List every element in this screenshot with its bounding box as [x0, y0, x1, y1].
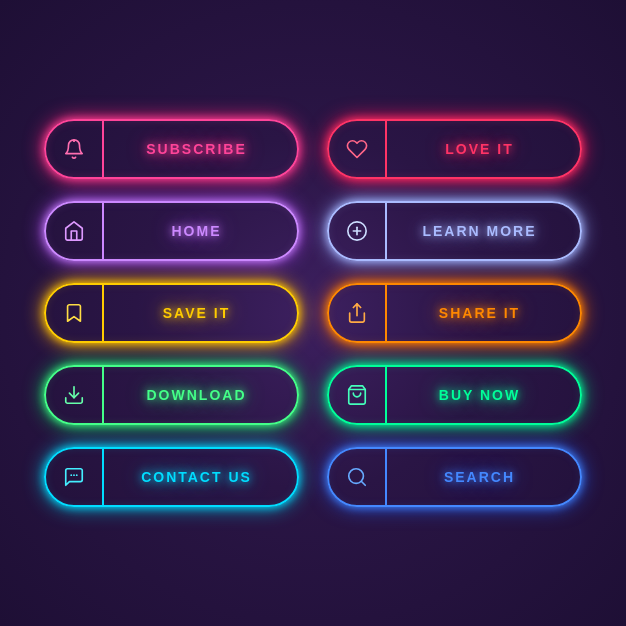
search-label: SEARCH [387, 469, 580, 485]
subscribe-label: SUBSCRIBE [104, 141, 297, 157]
search-button[interactable]: SEARCH [327, 447, 582, 507]
download-label: DOWNLOAD [104, 387, 297, 403]
save-button[interactable]: SAVE IT [44, 283, 299, 343]
contact-button[interactable]: CONTACT US [44, 447, 299, 507]
buy-label: BUY NOW [387, 387, 580, 403]
home-icon [46, 203, 104, 259]
bookmark-icon [46, 285, 104, 341]
button-grid: SUBSCRIBE LOVE IT HOME LEARN MO [14, 89, 612, 537]
download-icon [46, 367, 104, 423]
basket-icon [329, 367, 387, 423]
plus-circle-icon [329, 203, 387, 259]
bell-icon [46, 121, 104, 177]
svg-point-7 [70, 474, 72, 476]
svg-point-9 [76, 474, 78, 476]
subscribe-button[interactable]: SUBSCRIBE [44, 119, 299, 179]
chat-icon [46, 449, 104, 505]
love-label: LOVE IT [387, 141, 580, 157]
home-button[interactable]: HOME [44, 201, 299, 261]
share-button[interactable]: SHARE IT [327, 283, 582, 343]
share-label: SHARE IT [387, 305, 580, 321]
contact-label: CONTACT US [104, 469, 297, 485]
learn-label: LEARN MORE [387, 223, 580, 239]
svg-point-8 [73, 474, 75, 476]
home-label: HOME [104, 223, 297, 239]
share-icon [329, 285, 387, 341]
buy-button[interactable]: BUY NOW [327, 365, 582, 425]
search-icon [329, 449, 387, 505]
download-button[interactable]: DOWNLOAD [44, 365, 299, 425]
svg-line-11 [361, 481, 365, 485]
love-button[interactable]: LOVE IT [327, 119, 582, 179]
learn-button[interactable]: LEARN MORE [327, 201, 582, 261]
svg-point-0 [74, 140, 75, 141]
save-label: SAVE IT [104, 305, 297, 321]
heart-icon [329, 121, 387, 177]
